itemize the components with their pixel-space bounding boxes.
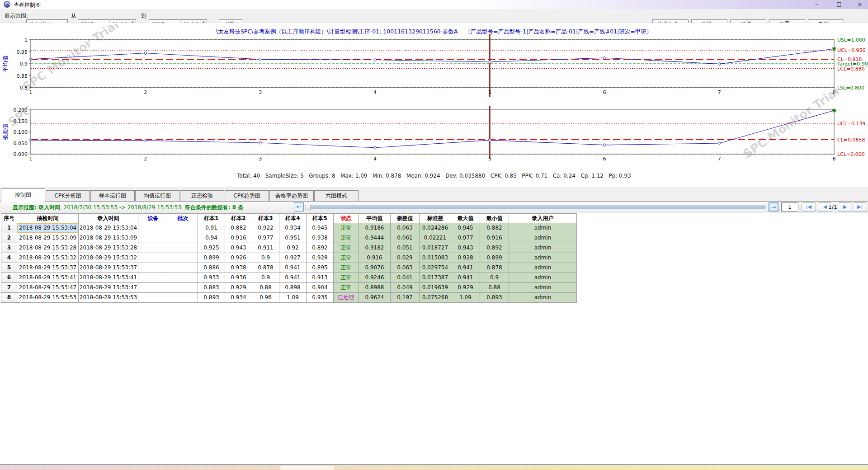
table-cell[interactable]: 0.938 xyxy=(225,263,252,273)
column-header[interactable]: 样本4 xyxy=(279,213,307,223)
table-cell[interactable]: 2018-08-29 15:53:28 xyxy=(17,243,79,253)
tab-control-chart[interactable]: 控制图 xyxy=(1,188,45,202)
table-cell[interactable] xyxy=(138,263,168,273)
table-cell[interactable]: 0.9076 xyxy=(359,263,391,273)
table-cell[interactable]: 0.051 xyxy=(391,243,420,253)
table-cell[interactable]: 0.063 xyxy=(391,223,420,233)
table-cell[interactable]: 0.929 xyxy=(225,283,252,293)
table-cell[interactable]: 0.943 xyxy=(225,243,252,253)
table-cell[interactable] xyxy=(168,243,198,253)
table-cell[interactable]: 0.882 xyxy=(225,223,252,233)
table-cell[interactable]: admin xyxy=(509,293,577,303)
table-cell[interactable]: 2018-08-29 15:53:37 xyxy=(79,263,138,273)
table-cell[interactable]: 1.09 xyxy=(279,293,307,303)
table-cell[interactable]: 0.941 xyxy=(451,273,480,283)
column-header[interactable]: 样本1 xyxy=(198,213,225,223)
table-cell[interactable]: 0.024286 xyxy=(420,223,451,233)
table-row[interactable]: 82018-08-29 15:53:532018-08-29 15:53:530… xyxy=(1,293,577,303)
table-cell[interactable]: 0.88 xyxy=(480,283,509,293)
table-cell[interactable]: 0.913 xyxy=(307,273,334,283)
column-header[interactable]: 样本3 xyxy=(252,213,279,223)
table-cell[interactable] xyxy=(138,243,168,253)
table-cell[interactable]: admin xyxy=(509,253,577,263)
table-cell[interactable]: 0.197 xyxy=(391,293,420,303)
table-cell[interactable]: 0.951 xyxy=(279,233,307,243)
table-row[interactable]: 72018-08-29 15:53:472018-08-29 15:53:470… xyxy=(1,283,577,293)
tab-six-chart[interactable]: 六图模式 xyxy=(314,190,359,201)
data-point-marker[interactable] xyxy=(603,56,606,60)
tab-cpk-trend[interactable]: CPK趋势图 xyxy=(225,190,269,201)
table-cell[interactable]: 2018-08-29 15:53:37 xyxy=(17,263,79,273)
page-number-input[interactable]: 1 xyxy=(781,202,798,212)
table-cell[interactable]: 2018-08-29 15:53:32 xyxy=(17,253,79,263)
table-cell[interactable]: 0.019639 xyxy=(420,283,451,293)
table-cell[interactable]: 正常 xyxy=(334,233,359,243)
table-cell[interactable]: 0.945 xyxy=(451,223,480,233)
shift-left-button[interactable]: ← xyxy=(294,202,304,212)
table-cell[interactable]: 2 xyxy=(1,233,17,243)
table-cell[interactable]: 0.061 xyxy=(391,233,420,243)
table-cell[interactable]: 0.933 xyxy=(198,273,225,283)
table-cell[interactable]: 0.018727 xyxy=(420,243,451,253)
data-point-marker[interactable] xyxy=(488,61,491,64)
table-cell[interactable]: 0.916 xyxy=(359,253,391,263)
column-header[interactable]: 状态 xyxy=(334,213,359,223)
table-cell[interactable]: 2018-08-29 15:53:47 xyxy=(17,283,79,293)
data-point-marker[interactable] xyxy=(373,58,377,61)
table-cell[interactable]: 0.029 xyxy=(391,253,420,263)
table-cell[interactable]: 0.882 xyxy=(480,223,509,233)
table-cell[interactable] xyxy=(138,273,168,283)
column-header[interactable]: 最小值 xyxy=(480,213,509,223)
table-cell[interactable]: 0.916 xyxy=(225,233,252,243)
table-cell[interactable]: 已处理 xyxy=(334,293,359,303)
data-point-marker[interactable] xyxy=(259,141,262,145)
data-point-marker[interactable] xyxy=(144,52,147,55)
table-cell[interactable]: 5 xyxy=(1,263,17,273)
data-point-marker[interactable] xyxy=(259,58,262,61)
table-cell[interactable]: 0.892 xyxy=(307,243,334,253)
column-header[interactable]: 序号 xyxy=(1,213,17,223)
table-cell[interactable]: 6 xyxy=(1,273,17,283)
table-cell[interactable]: 0.977 xyxy=(451,233,480,243)
table-cell[interactable]: 0.911 xyxy=(252,243,279,253)
table-cell[interactable]: 正常 xyxy=(334,223,359,233)
table-cell[interactable]: 1.09 xyxy=(451,293,480,303)
shift-right-button[interactable]: → xyxy=(769,202,778,212)
table-cell[interactable]: 0.936 xyxy=(225,273,252,283)
range-slider-track[interactable] xyxy=(306,205,766,209)
table-row[interactable]: 22018-08-29 15:53:092018-08-29 15:53:090… xyxy=(1,233,577,243)
table-cell[interactable]: 0.941 xyxy=(279,273,307,283)
table-cell[interactable]: 2018-08-29 15:53:04 xyxy=(79,223,138,233)
column-header[interactable]: 抽检时间 xyxy=(17,213,79,223)
column-header[interactable]: 最大值 xyxy=(451,213,480,223)
tab-mean-run[interactable]: 均值运行图 xyxy=(135,190,179,201)
table-row[interactable]: 42018-08-29 15:53:322018-08-29 15:53:320… xyxy=(1,253,577,263)
table-cell[interactable]: 0.049 xyxy=(391,283,420,293)
table-cell[interactable]: 正常 xyxy=(334,253,359,263)
table-cell[interactable]: 0.041 xyxy=(391,273,420,283)
table-cell[interactable]: 0.935 xyxy=(307,293,334,303)
table-cell[interactable]: 0.029754 xyxy=(420,263,451,273)
table-cell[interactable]: 0.883 xyxy=(198,283,225,293)
table-cell[interactable]: 0.892 xyxy=(480,243,509,253)
table-cell[interactable]: 正常 xyxy=(334,283,359,293)
table-cell[interactable]: 2018-08-29 15:53:53 xyxy=(17,293,79,303)
tab-normality-test[interactable]: 正态检验 xyxy=(180,190,224,201)
table-row[interactable]: 62018-08-29 15:53:412018-08-29 15:53:410… xyxy=(1,273,577,283)
table-cell[interactable]: 0.017387 xyxy=(420,273,451,283)
column-header[interactable]: 设备 xyxy=(138,213,168,223)
table-cell[interactable]: 正常 xyxy=(334,243,359,253)
table-cell[interactable]: 0.9182 xyxy=(359,243,391,253)
table-cell[interactable]: 2018-08-29 15:53:09 xyxy=(17,233,79,243)
data-point-marker[interactable] xyxy=(488,139,491,142)
table-cell[interactable]: admin xyxy=(509,283,577,293)
table-cell[interactable]: 0.895 xyxy=(307,263,334,273)
range-slider-thumb[interactable] xyxy=(306,202,311,210)
table-cell[interactable]: 0.9 xyxy=(480,273,509,283)
table-cell[interactable] xyxy=(168,233,198,243)
table-cell[interactable]: 2018-08-29 15:53:53 xyxy=(79,293,138,303)
table-cell[interactable] xyxy=(138,223,168,233)
table-cell[interactable]: 0.945 xyxy=(307,223,334,233)
table-cell[interactable]: 0.015083 xyxy=(420,253,451,263)
table-cell[interactable]: 0.934 xyxy=(279,223,307,233)
